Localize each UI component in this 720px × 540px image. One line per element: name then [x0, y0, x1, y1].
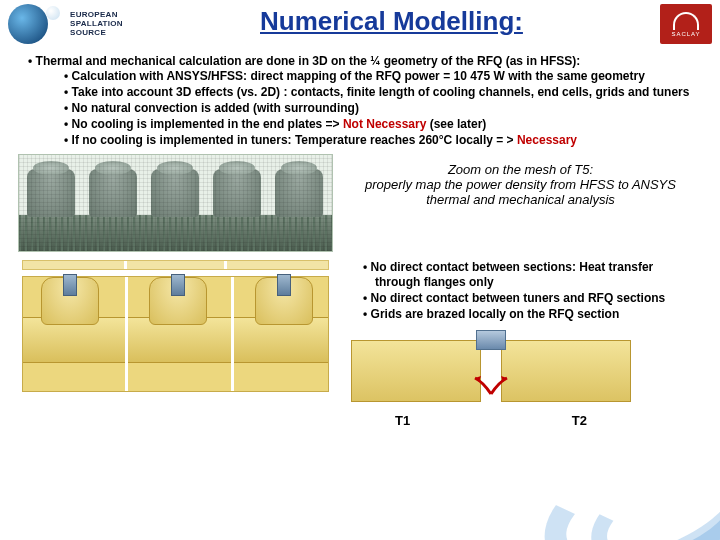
ess-logo-text: EUROPEAN SPALLATION SOURCE	[70, 10, 123, 37]
bullet-sub: Grids are brazed locally on the RFQ sect…	[375, 307, 700, 322]
page-title: Numerical Modelling:	[123, 6, 660, 37]
bullet-sub: No direct contact between tuners and RFQ…	[375, 291, 700, 306]
bullet-sub: No natural convection is added (with sur…	[76, 101, 700, 116]
mesh-figure	[18, 154, 333, 252]
main-bullets: Thermal and mechanical calculation are d…	[0, 48, 720, 148]
bullet-sub: No cooling is implemented in the end pla…	[76, 117, 700, 132]
ess-logo-icon	[8, 4, 66, 44]
cea-logo-text: SACLAY	[671, 31, 700, 37]
bullet-sub: Take into account 3D effects (vs. 2D) : …	[76, 85, 700, 100]
lower-bullets: No direct contact between sections: Heat…	[363, 260, 700, 322]
bullet-sub: Calculation with ANSYS/HFSS: direct mapp…	[76, 69, 700, 84]
cea-logo-icon: SACLAY	[660, 4, 712, 44]
mesh-caption: Zoom on the mesh of T5: properly map the…	[333, 154, 700, 207]
bullet-main: Thermal and mechanical calculation are d…	[36, 54, 581, 68]
arrows-icon	[471, 372, 511, 398]
bullet-sub: No direct contact between sections: Heat…	[375, 260, 700, 290]
slide-header: EUROPEAN SPALLATION SOURCE Numerical Mod…	[0, 0, 720, 48]
label-t2: T2	[572, 413, 587, 428]
contact-figure: T1 T2	[351, 332, 631, 432]
label-t1: T1	[395, 413, 410, 428]
section-figure	[18, 260, 333, 392]
bullet-sub: If no cooling is implemented in tuners: …	[76, 133, 700, 148]
